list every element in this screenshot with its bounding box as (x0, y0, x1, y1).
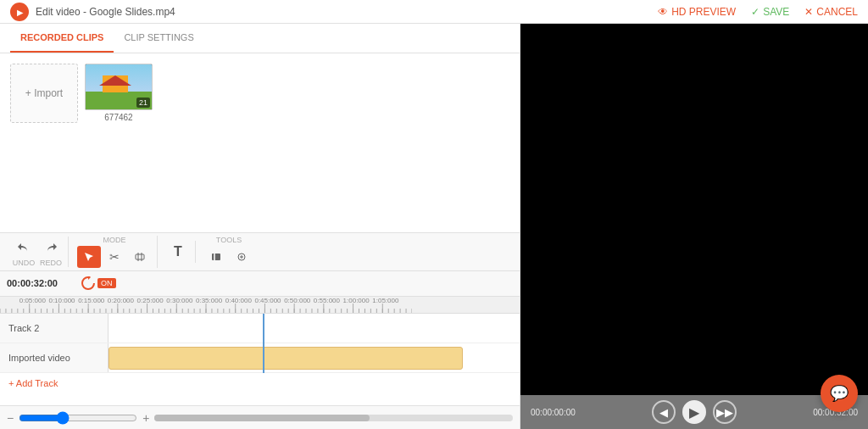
toolbar: UNDO REDO MODE ✂ (0, 232, 520, 271)
timeline-area: 00:00:32:00 ON Track 2 (0, 271, 520, 430)
check-icon: ✓ (751, 6, 760, 18)
rewind-button[interactable]: ◀ (652, 400, 676, 424)
chat-button[interactable]: 💬 (821, 375, 858, 412)
tool-2-button[interactable] (230, 246, 253, 268)
zoom-slider[interactable] (19, 411, 137, 425)
text-group: T (161, 241, 196, 263)
cut-mode-button[interactable]: ✂ (103, 246, 126, 268)
timeline-scrollbar-thumb[interactable] (154, 415, 370, 421)
tool-1-button[interactable] (204, 246, 228, 268)
play-button[interactable]: ▶ (682, 400, 706, 424)
tracks-container: Track 2 Imported video + Add Track (0, 314, 520, 406)
tab-clip-settings[interactable]: CLIP SETTINGS (114, 24, 203, 53)
on-badge: ON (97, 278, 116, 288)
top-bar-left: ▶ Edit video - Google Slides.mp4 (10, 3, 175, 21)
left-panel: RECORDED CLIPS CLIP SETTINGS + Import 21… (0, 24, 520, 429)
video-preview-screen (520, 24, 868, 395)
clip-thumbnail[interactable]: 21 (85, 64, 153, 110)
clip-item: 21 677462 (85, 64, 153, 222)
tabs: RECORDED CLIPS CLIP SETTINGS (0, 24, 520, 53)
playback-controls: ◀ ▶ ▶▶ (652, 400, 737, 424)
zoom-in-button[interactable]: + (142, 411, 149, 425)
main-layout: RECORDED CLIPS CLIP SETTINGS + Import 21… (0, 24, 868, 429)
clip-id: 677462 (104, 113, 132, 122)
fast-forward-button[interactable]: ▶▶ (713, 400, 737, 424)
redo-label: REDO (40, 259, 62, 267)
track-row-imported-video: Imported video (0, 343, 520, 373)
close-icon: ✕ (804, 6, 813, 18)
tools-label: TOOLS (216, 236, 242, 244)
undo-label: UNDO (13, 259, 36, 267)
video-preview-panel: 00:00:00:00 ◀ ▶ ▶▶ 00:00:32:00 (520, 24, 868, 429)
zoom-out-button[interactable]: − (7, 411, 14, 425)
mode-group: MODE ✂ (72, 236, 158, 268)
undo-redo-group: UNDO REDO (7, 237, 69, 267)
svg-rect-2 (136, 254, 144, 259)
track-2-content[interactable] (108, 314, 520, 343)
import-button[interactable]: + Import (10, 64, 78, 123)
cancel-button[interactable]: ✕ CANCEL (804, 6, 858, 18)
eye-icon: 👁 (658, 6, 668, 18)
imported-video-label: Imported video (0, 343, 108, 372)
top-bar-right: 👁 HD PREVIEW ✓ SAVE ✕ CANCEL (658, 6, 858, 18)
loop-button[interactable]: ON (81, 276, 116, 290)
redo-button[interactable] (39, 237, 63, 259)
select-mode-button[interactable] (77, 246, 101, 268)
window-title: Edit video - Google Slides.mp4 (36, 6, 175, 18)
top-bar: ▶ Edit video - Google Slides.mp4 👁 HD PR… (0, 0, 868, 24)
video-controls: 00:00:00:00 ◀ ▶ ▶▶ 00:00:32:00 (520, 395, 868, 429)
clip-area: + Import 21 677462 (0, 53, 520, 232)
timeline-scrollbar[interactable] (154, 415, 513, 421)
mode-label: MODE (103, 236, 126, 244)
imported-video-content[interactable] (108, 343, 520, 372)
track-2-label: Track 2 (0, 314, 108, 343)
video-clip[interactable] (108, 347, 463, 370)
undo-button[interactable] (12, 237, 36, 259)
tab-recorded-clips[interactable]: RECORDED CLIPS (10, 24, 114, 53)
clip-duration: 21 (136, 98, 150, 108)
app-icon: ▶ (10, 3, 29, 21)
hd-preview-button[interactable]: 👁 HD PREVIEW (658, 6, 736, 18)
video-time-current: 00:00:00:00 (531, 408, 576, 417)
svg-rect-5 (212, 254, 220, 260)
save-button[interactable]: ✓ SAVE (751, 6, 789, 18)
trim-mode-button[interactable] (128, 246, 152, 268)
tools-group: TOOLS (199, 236, 259, 268)
bottom-bar: − + (0, 405, 520, 429)
text-tool-button[interactable]: T (166, 241, 190, 263)
svg-text:▶: ▶ (17, 8, 24, 16)
time-bar: 00:00:32:00 ON (0, 271, 520, 297)
current-time-display: 00:00:32:00 (7, 278, 75, 288)
ruler (0, 297, 520, 314)
add-track-button[interactable]: + Add Track (0, 373, 520, 393)
track-row-2: Track 2 (0, 314, 520, 343)
